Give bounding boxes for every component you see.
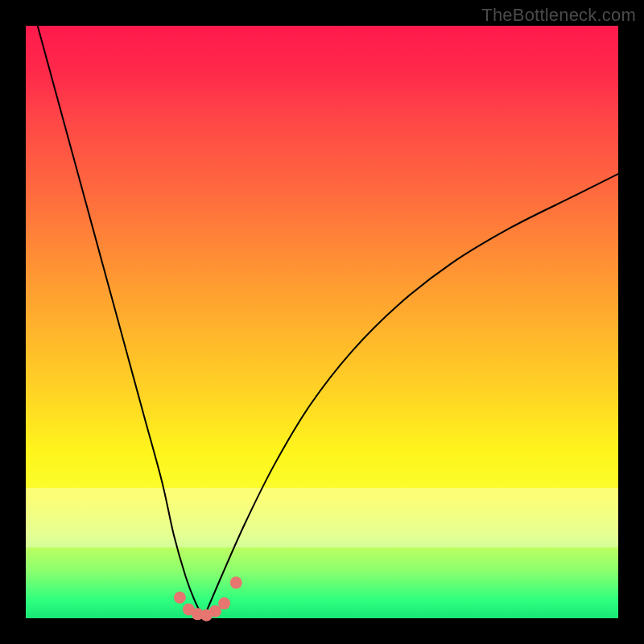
curve-left-branch: [38, 26, 204, 618]
chart-stage: TheBottleneck.com: [0, 0, 644, 644]
minimum-marker: [174, 592, 186, 604]
curve-right-branch: [204, 174, 618, 618]
minimum-marker: [218, 597, 230, 609]
plot-area: [26, 26, 618, 618]
minimum-marker: [230, 576, 242, 588]
watermark-text: TheBottleneck.com: [481, 5, 636, 26]
minimum-markers: [174, 576, 242, 621]
curve-layer: [26, 26, 618, 618]
